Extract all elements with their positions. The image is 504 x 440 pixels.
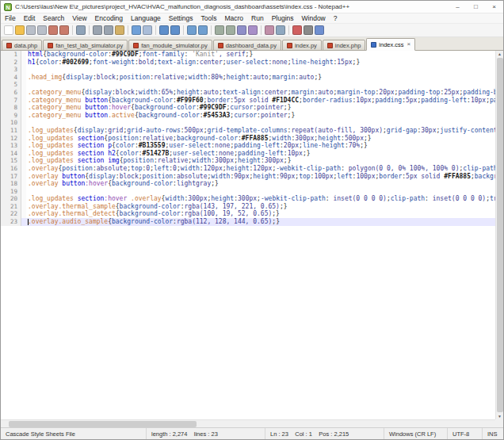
scroll-up-icon[interactable]: ▲	[496, 51, 503, 57]
code-text[interactable]: .category_menu button:hover{background-c…	[26, 104, 495, 112]
undo-icon[interactable]	[132, 25, 141, 35]
code-text[interactable]	[26, 81, 495, 89]
replace-icon[interactable]	[170, 25, 180, 35]
redo-icon[interactable]	[143, 25, 152, 35]
code-text[interactable]	[26, 188, 495, 196]
save-all-icon[interactable]	[37, 25, 47, 35]
code-line[interactable]: 17.overlay button{display:block;position…	[1, 173, 495, 181]
code-line[interactable]: 6.category_menu{display:block;width:65%;…	[1, 89, 495, 97]
line-number[interactable]: 7	[1, 97, 21, 105]
status-insert-mode[interactable]: INS	[483, 428, 503, 439]
line-number[interactable]: 22	[1, 210, 21, 218]
line-number[interactable]: 17	[1, 173, 21, 181]
code-line[interactable]: 5	[1, 81, 495, 89]
code-text[interactable]	[26, 66, 495, 74]
code-line[interactable]: 10	[1, 119, 495, 127]
tab-index.css[interactable]: index.css×	[366, 38, 415, 51]
line-number[interactable]: 6	[1, 89, 21, 97]
tab-index.py[interactable]: index.py	[282, 40, 322, 51]
copy-icon[interactable]	[104, 25, 113, 35]
line-number[interactable]: 5	[1, 81, 21, 89]
editor-lines[interactable]: 1html{background-color:#99C9DF;font-fami…	[1, 51, 495, 419]
cut-icon[interactable]	[93, 25, 102, 35]
line-number[interactable]: 16	[1, 165, 21, 173]
menu-plugins[interactable]: Plugins	[268, 13, 298, 23]
tab-dashboard_data.py[interactable]: dashboard_data.py	[213, 40, 281, 51]
open-folder-icon[interactable]	[15, 25, 25, 35]
code-line[interactable]: 7.category_menu button{background-color:…	[1, 97, 495, 105]
save-icon[interactable]	[26, 25, 36, 35]
show-all-characters-icon[interactable]	[248, 25, 258, 35]
code-line[interactable]: 18.overlay button:hover{background-color…	[1, 180, 495, 188]
menu-macro[interactable]: Macro	[220, 13, 247, 23]
code-text[interactable]: .overlay.thermal_detect{background-color…	[26, 210, 495, 218]
code-text[interactable]: .overlay.audio_sample{background-color:r…	[26, 218, 495, 226]
horizontal-scroll-thumb[interactable]	[9, 421, 197, 427]
tab-index.php[interactable]: index.php	[323, 40, 366, 51]
sync-horizontal-icon[interactable]	[226, 25, 235, 35]
menu-file[interactable]: File	[1, 13, 20, 23]
close-all-icon[interactable]	[59, 25, 69, 35]
word-wrap-icon[interactable]	[237, 25, 246, 35]
code-line[interactable]: 15.log_updates section img{position:rela…	[1, 157, 495, 165]
code-text[interactable]: .category_menu{display:block;width:65%;h…	[26, 89, 495, 97]
code-line[interactable]: 2h1{color:#002699;font-weight:bold;text-…	[1, 59, 495, 67]
code-line[interactable]: 19	[1, 188, 495, 196]
tab-close-icon[interactable]: ×	[407, 41, 411, 48]
code-text[interactable]: .overlay{position:absolute;top:0;left:0;…	[26, 165, 495, 173]
line-number[interactable]: 10	[1, 119, 21, 127]
code-line[interactable]: 3	[1, 66, 495, 74]
vertical-scroll-thumb[interactable]	[497, 58, 503, 412]
menu-run[interactable]: Run	[247, 13, 268, 23]
code-text[interactable]: .log_updates section:hover .overlay{widt…	[26, 195, 495, 203]
line-number[interactable]: 1	[1, 51, 21, 59]
menu-help[interactable]: ?	[330, 13, 342, 23]
line-number[interactable]: 18	[1, 180, 21, 188]
line-number[interactable]: 15	[1, 157, 21, 165]
line-number[interactable]: 11	[1, 127, 21, 135]
function-list-icon[interactable]	[265, 25, 274, 35]
code-text[interactable]: .log_updates section img{position:relati…	[26, 157, 495, 165]
code-line[interactable]: 9.category_menu button.active{background…	[1, 112, 495, 120]
code-line[interactable]: 14.log_updates section h2{color:#51427B;…	[1, 150, 495, 158]
zoom-out-icon[interactable]	[198, 25, 208, 35]
menu-tools[interactable]: Tools	[197, 13, 221, 23]
scroll-down-icon[interactable]: ▼	[496, 413, 503, 419]
code-text[interactable]	[26, 119, 495, 127]
line-number[interactable]: 12	[1, 135, 21, 143]
code-text[interactable]: .overlay button{display:block;position:a…	[26, 173, 495, 181]
line-number[interactable]: 13	[1, 142, 21, 150]
code-text[interactable]: h1{color:#002699;font-weight:bold;text-a…	[26, 59, 495, 67]
horizontal-scrollbar[interactable]	[1, 419, 495, 427]
minimize-button[interactable]: –	[449, 1, 467, 13]
print-icon[interactable]	[76, 25, 86, 35]
code-text[interactable]: .category_menu button{background-color:#…	[26, 97, 495, 105]
code-line[interactable]: 1html{background-color:#99C9DF;font-fami…	[1, 51, 495, 59]
tab-fan_test_lab_simulator.py[interactable]: fan_test_lab_simulator.py	[43, 40, 128, 51]
code-text[interactable]: .head_img{display:block;position:relativ…	[26, 74, 495, 82]
code-line[interactable]: 22.overlay.thermal_detect{background-col…	[1, 210, 495, 218]
line-number[interactable]: 19	[1, 188, 21, 196]
new-file-icon[interactable]	[4, 25, 13, 35]
sync-vertical-icon[interactable]	[215, 25, 224, 35]
paste-icon[interactable]	[115, 25, 124, 35]
menu-encoding[interactable]: Encoding	[91, 13, 127, 23]
code-text[interactable]: .log_updates section p{color:#B13559;use…	[26, 142, 495, 150]
line-number[interactable]: 2	[1, 59, 21, 67]
line-number[interactable]: 21	[1, 203, 21, 211]
code-line[interactable]: 20.log_updates section:hover .overlay{wi…	[1, 195, 495, 203]
menu-view[interactable]: View	[68, 13, 90, 23]
record-macro-icon[interactable]	[292, 25, 302, 35]
code-editor[interactable]: 1html{background-color:#99C9DF;font-fami…	[1, 51, 503, 427]
code-line[interactable]: 13.log_updates section p{color:#B13559;u…	[1, 142, 495, 150]
code-text[interactable]: .overlay button:hover{background-color:l…	[26, 180, 495, 188]
menu-language[interactable]: Language	[127, 13, 165, 23]
code-text[interactable]: html{background-color:#99C9DF;font-famil…	[26, 51, 495, 59]
line-number[interactable]: 20	[1, 195, 21, 203]
play-macro-icon[interactable]	[315, 25, 324, 35]
code-line[interactable]: 21.overlay.thermal_sample{background-col…	[1, 203, 495, 211]
menu-edit[interactable]: Edit	[20, 13, 40, 23]
line-number[interactable]: 3	[1, 66, 21, 74]
maximize-button[interactable]: □	[467, 1, 485, 13]
line-number[interactable]: 8	[1, 104, 21, 112]
